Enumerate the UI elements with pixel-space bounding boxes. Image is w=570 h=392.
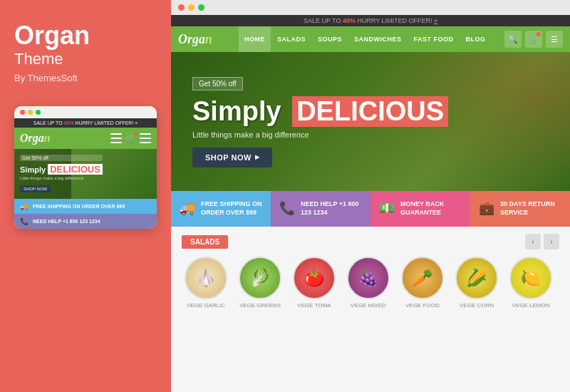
feature-shipping: 🚚 FREE SHIPPING ON ORDER OVER $99	[171, 191, 271, 227]
salads-tag: SALADS	[182, 235, 228, 249]
product-lemon-label: VEGE LEMON	[512, 302, 550, 309]
feature-phone-text: NEED HELP +1 800 123 1234	[301, 200, 362, 217]
product-berry: 🍇 VEGE MIXED	[344, 257, 393, 309]
phone-icon: 📞	[279, 200, 295, 217]
feature-money-text: MONEY BACK GUARANTEE	[400, 200, 462, 217]
brand-by: By ThemesSoft	[14, 73, 157, 83]
product-corn-label: VEGE CORN	[460, 302, 494, 309]
feature-return-text: 30 DAYS RETURN SERVICE	[500, 200, 561, 217]
brand-title: Organ	[14, 21, 157, 50]
right-panel: SALE UP TO 40% HURRY LIMITED OFFER! » Or…	[171, 0, 570, 392]
product-corn-img[interactable]: 🌽	[455, 257, 498, 299]
product-corn: 🌽 VEGE CORN	[452, 257, 501, 309]
hero-banner: Get 50% off Simply DELICIOUS Little thin…	[171, 52, 570, 191]
product-garlic-img[interactable]: 🧄	[185, 257, 227, 299]
product-mixed-label: VEGE FOOD	[405, 302, 440, 309]
mobile-dot-green	[36, 110, 41, 115]
nav-actions: 🔍 🛒 ☰	[504, 31, 563, 48]
hero-tagline: Little things make a big difference	[192, 130, 448, 139]
mobile-truck-icon: 🚚	[20, 202, 28, 210]
shop-now-button[interactable]: SHOP NOW	[192, 148, 272, 167]
nav-fastfood[interactable]: FAST FOOD	[408, 26, 460, 52]
feature-strips: 🚚 FREE SHIPPING ON ORDER OVER $99 📞 NEED…	[171, 191, 570, 227]
salads-section: SALADS ‹ › 🧄 VEGE GARLIC 🥬 VEGE GREENS 🍅	[171, 227, 570, 392]
return-icon: 💼	[479, 200, 494, 217]
nav-soups[interactable]: SOUPS	[312, 26, 348, 52]
product-lemon-img[interactable]: 🍋	[509, 257, 552, 299]
mobile-sale-bar: SALE UP TO 40% HURRY LIMITED OFFER! »	[14, 118, 157, 128]
mobile-features: 🚚 FREE SHIPPING ON ORDER OVER $99 📞 NEED…	[14, 199, 157, 229]
product-lemon: 🍋 VEGE LEMON	[507, 257, 555, 309]
nav-cart-btn[interactable]: 🛒	[525, 31, 542, 48]
product-berry-img[interactable]: 🍇	[347, 257, 390, 299]
cart-badge	[537, 32, 541, 36]
browser-dot-red	[178, 4, 185, 11]
brand-subtitle: Theme	[14, 50, 157, 68]
product-mixed: 🥕 VEGE FOOD	[398, 257, 447, 309]
salads-prev-btn[interactable]: ‹	[525, 234, 541, 249]
nav-menu-btn[interactable]: ☰	[546, 31, 563, 48]
feature-money: 💵 MONEY BACK GUARANTEE	[370, 191, 470, 227]
hero-delicious: DELICIOUS	[292, 96, 448, 127]
product-garlic-label: VEGE GARLIC	[187, 302, 225, 309]
mobile-nav: Organ 🛒	[14, 128, 157, 149]
website-content: SALE UP TO 40% HURRY LIMITED OFFER! » Or…	[171, 15, 570, 392]
nav-logo: Organ	[178, 32, 228, 47]
mobile-hero-text: Get 50% off Simply DELICIOUS Little thin…	[20, 155, 103, 193]
product-tomato-label: VEGE TOMA	[297, 302, 331, 309]
product-tomato: 🍅 VEGE TOMA	[290, 257, 338, 309]
mobile-simply: Simply DELICIOUS	[20, 163, 103, 175]
hero-simply: Simply	[192, 96, 289, 126]
mobile-hamburger-icon[interactable]	[140, 133, 151, 143]
mobile-browser-dots	[14, 106, 157, 118]
product-mixed-img[interactable]: 🥕	[401, 257, 444, 299]
product-berry-label: VEGE MIXED	[351, 302, 386, 309]
mobile-phone-icon: 📞	[20, 217, 28, 225]
mobile-cart-icon[interactable]: 🛒	[125, 133, 136, 143]
product-greens-img[interactable]: 🥬	[239, 257, 281, 299]
mobile-shop-btn[interactable]: SHOP NOW	[20, 185, 51, 192]
product-circles: 🧄 VEGE GARLIC 🥬 VEGE GREENS 🍅 VEGE TOMA …	[182, 257, 559, 309]
nav-home[interactable]: HOME	[239, 26, 271, 52]
truck-icon: 🚚	[180, 200, 195, 217]
product-tomato-img[interactable]: 🍅	[293, 257, 336, 299]
main-nav: Organ HOME SALADS SOUPS SANDWICHES FAST …	[171, 26, 570, 52]
hero-get-off: Get 50% off	[192, 77, 243, 91]
nav-links: HOME SALADS SOUPS SANDWICHES FAST FOOD B…	[239, 26, 504, 52]
mobile-feature-shipping: 🚚 FREE SHIPPING ON ORDER OVER $99	[14, 199, 157, 214]
mobile-feature-phone: 📞 NEED HELP +1 800 123 1234	[14, 214, 157, 229]
browser-dot-yellow	[188, 4, 195, 11]
feature-phone: 📞 NEED HELP +1 800 123 1234	[271, 191, 370, 227]
feature-shipping-text: FREE SHIPPING ON ORDER OVER $99	[201, 200, 262, 217]
salads-nav: ‹ ›	[525, 234, 559, 249]
mobile-tagline: Little things make a big difference	[20, 176, 103, 180]
product-garlic: 🧄 VEGE GARLIC	[182, 257, 230, 309]
salads-next-btn[interactable]: ›	[544, 234, 559, 249]
mobile-get-off: Get 50% off	[20, 155, 103, 161]
nav-search-btn[interactable]: 🔍	[504, 31, 522, 48]
nav-blog[interactable]: BLOG	[460, 26, 492, 52]
salads-header: SALADS ‹ ›	[182, 234, 559, 249]
hero-headline: Simply DELICIOUS	[192, 96, 448, 127]
money-icon: 💵	[379, 200, 395, 217]
left-panel: Organ Theme By ThemesSoft SALE UP TO 40%…	[0, 0, 171, 392]
mobile-menu-icon[interactable]	[110, 133, 122, 143]
nav-salads[interactable]: SALADS	[271, 26, 311, 52]
mobile-dot-red	[20, 110, 25, 115]
product-greens: 🥬 VEGE GREENS	[236, 257, 284, 309]
nav-sandwiches[interactable]: SANDWICHES	[348, 26, 408, 52]
mobile-dot-yellow	[28, 110, 33, 115]
hero-content: Get 50% off Simply DELICIOUS Little thin…	[192, 76, 448, 167]
browser-chrome	[171, 0, 570, 15]
feature-return: 💼 30 DAYS RETURN SERVICE	[470, 191, 570, 227]
browser-dot-green	[198, 4, 204, 11]
product-greens-label: VEGE GREENS	[239, 302, 281, 309]
mobile-hero: Get 50% off Simply DELICIOUS Little thin…	[14, 149, 157, 199]
mobile-nav-icons: 🛒	[110, 133, 151, 143]
mobile-mockup: SALE UP TO 40% HURRY LIMITED OFFER! » Or…	[14, 106, 157, 229]
sale-bar: SALE UP TO 40% HURRY LIMITED OFFER! »	[171, 15, 570, 26]
mobile-logo: Organ	[20, 132, 51, 145]
